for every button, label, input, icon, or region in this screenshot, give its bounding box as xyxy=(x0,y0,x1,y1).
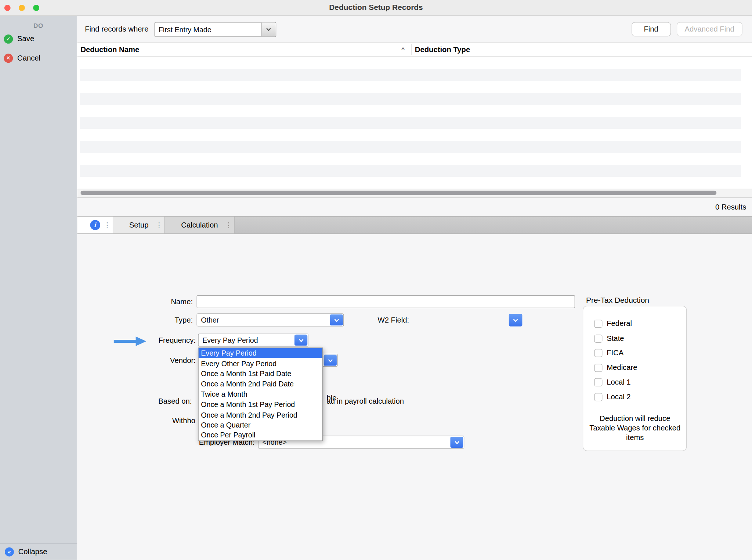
cancel-button-label: Cancel xyxy=(17,54,40,62)
chevron-down-icon xyxy=(512,317,519,323)
horizontal-scrollbar[interactable] xyxy=(77,189,752,198)
checkbox-state-label: State xyxy=(607,334,624,343)
collapse-label: Collapse xyxy=(18,548,47,556)
column-header-deduction-type[interactable]: Deduction Type xyxy=(415,43,470,57)
checkbox-state[interactable] xyxy=(594,334,602,342)
chevron-down-icon xyxy=(297,337,304,343)
withholding-label-fragment: Withho xyxy=(172,414,195,427)
menu-item-twice-a-month[interactable]: Twice a Month xyxy=(199,389,322,399)
frequency-dropdown-menu: Every Pay Period Every Other Pay Period … xyxy=(198,348,323,441)
save-button[interactable]: ✓ Save xyxy=(0,29,77,48)
name-label: Name: xyxy=(106,295,193,308)
menu-item-every-other-pay-period[interactable]: Every Other Pay Period xyxy=(199,358,322,368)
based-on-label: Based on: xyxy=(105,394,192,407)
tab-info[interactable]: i ⋮ xyxy=(77,217,113,233)
checkbox-local-2-label: Local 2 xyxy=(607,393,630,401)
chevron-down-icon xyxy=(333,317,340,323)
app-window: Deduction Setup Records DO ✓ Save ✕ Canc… xyxy=(0,0,752,560)
results-count-bar: 0 Results xyxy=(77,198,752,216)
checkbox-medicare[interactable] xyxy=(594,364,602,372)
checkbox-federal[interactable] xyxy=(594,320,602,328)
column-header-deduction-name[interactable]: Deduction Name xyxy=(80,43,139,57)
results-count: 0 Results xyxy=(715,203,746,211)
frequency-dropdown[interactable]: Every Pay Period xyxy=(198,334,308,346)
checkbox-medicare-label: Medicare xyxy=(607,363,637,372)
pretax-note: Deduction will reduce Taxable Wages for … xyxy=(589,414,680,442)
name-input[interactable] xyxy=(197,295,575,308)
find-bar: Find records where First Entry Made Find… xyxy=(85,22,742,37)
w2-field-dropdown-button[interactable] xyxy=(509,314,523,327)
tab-menu-dots[interactable]: ⋮ xyxy=(155,221,163,229)
menu-item-every-pay-period[interactable]: Every Pay Period xyxy=(199,348,322,358)
pretax-row-federal: Federal xyxy=(594,318,632,329)
occluded-text-fragment: ad in payroll calculation xyxy=(326,394,404,407)
tab-menu-dots[interactable]: ⋮ xyxy=(225,221,232,229)
chevron-down-icon xyxy=(327,357,333,363)
vendor-label: Vendor: xyxy=(109,354,195,367)
chevron-down-icon xyxy=(453,439,460,446)
tab-setup[interactable]: Setup ⋮ xyxy=(113,217,165,233)
collapse-chevron-icon: « xyxy=(5,547,14,556)
horizontal-scrollbar-thumb[interactable] xyxy=(80,191,716,195)
advanced-find-button[interactable]: Advanced Find xyxy=(676,22,742,36)
main-area: Find records where First Entry Made Find… xyxy=(77,16,752,560)
sidebar-header: DO xyxy=(0,22,77,29)
results-table: Deduction Name ^ Deduction Type xyxy=(77,42,752,198)
checkbox-local-1[interactable] xyxy=(594,378,602,386)
annotation-arrow-icon xyxy=(114,336,147,347)
find-records-label: Find records where xyxy=(85,25,148,34)
vendor-dropdown-button[interactable] xyxy=(324,355,337,366)
cancel-button[interactable]: ✕ Cancel xyxy=(0,48,77,68)
x-circle-icon: ✕ xyxy=(4,54,13,63)
menu-item-once-a-month-2nd-pay-period[interactable]: Once a Month 2nd Pay Period xyxy=(199,410,322,420)
collapse-sidebar-button[interactable]: « Collapse xyxy=(0,543,77,560)
pretax-row-medicare: Medicare xyxy=(594,362,637,373)
type-dropdown-value: Other xyxy=(197,314,329,326)
sort-ascending-icon[interactable]: ^ xyxy=(401,43,405,57)
find-field-dropdown-button[interactable] xyxy=(261,22,275,36)
results-table-header: Deduction Name ^ Deduction Type xyxy=(77,42,752,57)
type-label: Type: xyxy=(106,313,193,326)
tab-calculation-label: Calculation xyxy=(181,221,218,229)
menu-item-once-a-month-1st-pay-period[interactable]: Once a Month 1st Pay Period xyxy=(199,399,322,410)
checkbox-federal-label: Federal xyxy=(607,319,632,328)
traffic-lights xyxy=(0,4,39,11)
frequency-dropdown-button[interactable] xyxy=(294,335,307,346)
pretax-deduction-panel: Federal State FICA Medicare Local 1 xyxy=(583,306,687,451)
checkbox-local-2[interactable] xyxy=(594,393,602,401)
info-icon: i xyxy=(90,220,100,230)
checkbox-local-1-label: Local 1 xyxy=(607,378,630,386)
titlebar: Deduction Setup Records xyxy=(0,0,752,16)
menu-item-once-a-quarter[interactable]: Once a Quarter xyxy=(199,420,322,430)
checkbox-fica-label: FICA xyxy=(607,349,623,357)
menu-item-once-per-payroll[interactable]: Once Per Payroll xyxy=(199,430,322,440)
chevron-down-icon xyxy=(265,26,272,33)
checkbox-fica[interactable] xyxy=(594,349,602,357)
tab-calculation[interactable]: Calculation ⋮ xyxy=(165,217,234,233)
type-dropdown[interactable]: Other xyxy=(197,313,344,326)
menu-item-once-a-month-1st-paid-date[interactable]: Once a Month 1st Paid Date xyxy=(199,368,322,379)
menu-item-once-a-month-2nd-paid-date[interactable]: Once a Month 2nd Paid Date xyxy=(199,379,322,389)
save-button-label: Save xyxy=(17,34,34,43)
type-dropdown-button[interactable] xyxy=(330,314,343,326)
window-title: Deduction Setup Records xyxy=(0,3,752,12)
minimize-window-button[interactable] xyxy=(19,4,25,11)
results-table-body xyxy=(77,57,752,189)
tab-bar: i ⋮ Setup ⋮ Calculation ⋮ xyxy=(77,216,752,234)
column-divider[interactable] xyxy=(411,44,411,55)
tab-menu-dots[interactable]: ⋮ xyxy=(104,221,111,229)
tab-setup-label: Setup xyxy=(129,221,149,229)
sidebar: DO ✓ Save ✕ Cancel xyxy=(0,16,77,543)
pretax-row-fica: FICA xyxy=(594,347,623,359)
close-window-button[interactable] xyxy=(4,4,11,11)
w2-field-label: W2 Field: xyxy=(346,313,409,326)
find-field-dropdown-value: First Entry Made xyxy=(155,22,261,36)
find-field-dropdown[interactable]: First Entry Made xyxy=(154,22,276,36)
zoom-window-button[interactable] xyxy=(33,4,39,11)
check-circle-icon: ✓ xyxy=(4,34,13,43)
employer-match-dropdown-button[interactable] xyxy=(450,437,463,448)
pretax-deduction-title: Pre-Tax Deduction xyxy=(586,294,649,307)
empty-row-stripes xyxy=(80,57,741,189)
find-button[interactable]: Find xyxy=(632,22,671,36)
pretax-row-state: State xyxy=(594,332,624,344)
